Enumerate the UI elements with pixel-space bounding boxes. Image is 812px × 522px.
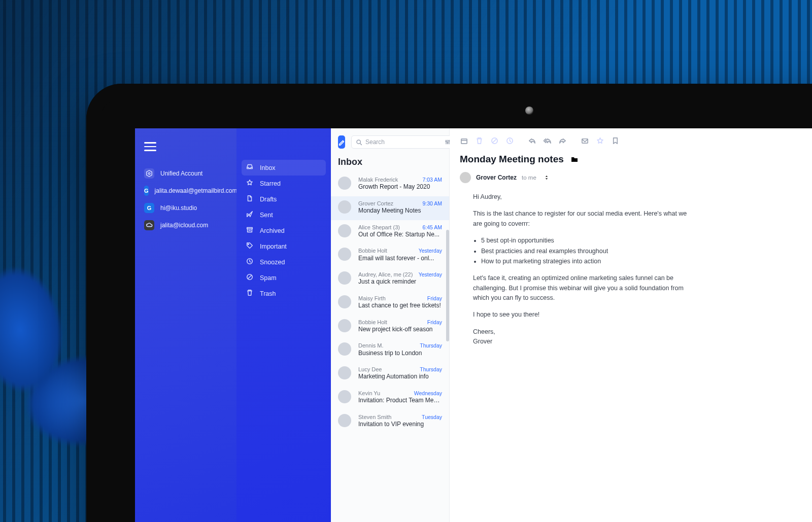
email-paragraph: I hope to see you there!: [473, 310, 693, 320]
clock-icon: [246, 258, 254, 266]
message-item[interactable]: Kevin Yu Wednesday Invitation: Product T…: [331, 386, 449, 410]
message-item[interactable]: Lucy Dee Thursday Marketing Automation i…: [331, 362, 449, 386]
message-item[interactable]: Audrey, Alice, me (22) Yesterday Just a …: [331, 267, 449, 291]
search-icon: [356, 139, 362, 146]
folder-label: Sent: [260, 212, 273, 219]
avatar: [338, 224, 351, 237]
forward-button[interactable]: [558, 136, 566, 145]
avatar: [338, 390, 351, 403]
account-item[interactable]: G jalita.dewaal@getmailbird.com: [142, 182, 229, 199]
google-icon: G: [144, 186, 149, 196]
email-body: Hi Audrey, This is the last chance to re…: [460, 192, 693, 347]
avatar: [338, 319, 351, 332]
avatar: [338, 177, 351, 190]
message-from: Steven Smith: [358, 414, 417, 421]
message-item[interactable]: Dennis M. Thursday Business trip to Lond…: [331, 338, 449, 362]
email-subject: Monday Meeting notes: [460, 154, 564, 165]
message-subject: New project kick-off season: [358, 326, 442, 334]
message-subject: Just a quick reminder: [358, 278, 442, 286]
move-to-folder-icon[interactable]: [570, 155, 579, 163]
folder-inbox[interactable]: Inbox: [242, 160, 326, 176]
folder-label: Important: [260, 243, 287, 250]
message-time: Yesterday: [419, 248, 442, 254]
message-from: Bobbie Holt: [358, 319, 422, 326]
account-item[interactable]: G hi@iku.studio: [142, 199, 229, 217]
bookmark-button[interactable]: [611, 136, 619, 145]
reply-all-button[interactable]: [543, 136, 551, 145]
list-toolbar: [331, 128, 449, 154]
folder-spam[interactable]: Spam: [242, 270, 326, 286]
laptop-bezel: Unified Account G jalita.dewaal@getmailb…: [86, 84, 812, 522]
message-subject: Last chance to get free tickets!: [358, 302, 442, 310]
message-subject: Invitation to VIP evening: [358, 421, 442, 429]
message-item[interactable]: Malak Frederick 7:03 AM Growth Report - …: [331, 172, 449, 196]
folder-label: Snoozed: [260, 259, 285, 266]
reply-button[interactable]: [528, 136, 536, 145]
unified-account-label: Unified Account: [160, 170, 202, 177]
avatar: [338, 342, 351, 356]
message-subject: Marketing Automation info: [358, 373, 442, 381]
folder-label: Drafts: [260, 196, 277, 203]
avatar: [338, 200, 351, 214]
message-item[interactable]: Alice Shepart (3) 6:45 AM Out of Office …: [331, 220, 449, 244]
file-icon: [246, 195, 254, 203]
email-bullet: Best practicies and real examples throug…: [481, 247, 693, 256]
list-scrollbar[interactable]: [446, 230, 449, 341]
pencil-icon: [338, 138, 345, 146]
account-label: jalita@icloud.com: [160, 222, 208, 229]
message-item[interactable]: Maisy Firth Friday Last chance to get fr…: [331, 291, 449, 315]
folder-label: Archived: [260, 227, 285, 234]
message-subject: Email will last forever - onl...: [358, 255, 442, 263]
message-from: Kevin Yu: [358, 390, 409, 397]
expand-recipients-icon[interactable]: [544, 175, 550, 181]
sender-name: Grover Cortez: [476, 174, 517, 181]
archive-button[interactable]: [460, 136, 468, 145]
email-intro: This is the last chance to register for …: [473, 209, 693, 229]
message-time: 9:30 AM: [422, 200, 442, 207]
account-item[interactable]: jalita@icloud.com: [142, 217, 229, 234]
message-time: 6:45 AM: [422, 224, 442, 231]
hamburger-menu-button[interactable]: [144, 140, 229, 154]
message-from: Maisy Firth: [358, 295, 422, 302]
search-input[interactable]: [365, 138, 442, 146]
reader-toolbar: —: [460, 135, 812, 154]
folder-label: Trash: [260, 290, 276, 297]
send-icon: [246, 211, 254, 219]
search-box[interactable]: [351, 135, 455, 149]
snooze-button[interactable]: [505, 136, 514, 145]
folder-snoozed[interactable]: Snoozed: [242, 254, 326, 270]
folders-column: Inbox Starred Drafts Sent Archived Impor…: [236, 128, 331, 522]
message-list: Malak Frederick 7:03 AM Growth Report - …: [331, 172, 449, 434]
folder-label: Starred: [260, 180, 281, 187]
message-time: Wednesday: [414, 390, 442, 397]
avatar: [338, 295, 351, 308]
message-time: Tuesday: [422, 414, 442, 421]
avatar: [338, 366, 351, 379]
folder-drafts[interactable]: Drafts: [242, 191, 326, 207]
archive-icon: [246, 226, 254, 235]
message-item[interactable]: Bobbie Holt Friday New project kick-off …: [331, 315, 449, 339]
message-from: Audrey, Alice, me (22): [358, 271, 414, 278]
message-from: Grover Cortez: [358, 200, 417, 207]
message-item[interactable]: Bobbie Holt Yesterday Email will last fo…: [331, 243, 449, 267]
folder-trash[interactable]: Trash: [242, 286, 326, 301]
message-item[interactable]: Steven Smith Tuesday Invitation to VIP e…: [331, 410, 449, 434]
star-button[interactable]: [596, 136, 604, 145]
mark-unread-button[interactable]: [581, 136, 589, 145]
laptop-camera: [525, 107, 533, 115]
folder-important[interactable]: Important: [242, 238, 326, 254]
message-from: Dennis M.: [358, 342, 415, 349]
unified-account-item[interactable]: Unified Account: [142, 165, 229, 182]
message-item[interactable]: Grover Cortez 9:30 AM Monday Meeting Not…: [331, 196, 449, 220]
folder-label: Inbox: [260, 164, 276, 171]
tag-icon: [246, 242, 254, 251]
email-bullet: How to put marketing strategies into act…: [481, 257, 693, 266]
delete-button[interactable]: [475, 136, 483, 145]
message-subject: Out of Office Re: Startup Ne...: [358, 231, 442, 239]
folder-starred[interactable]: Starred: [242, 176, 326, 191]
folder-sent[interactable]: Sent: [242, 207, 326, 223]
compose-button[interactable]: [338, 135, 345, 149]
folder-archived[interactable]: Archived: [242, 223, 326, 238]
spam-button[interactable]: [490, 136, 498, 145]
email-bullet-list: 5 best opt-in opportunitiesBest practici…: [473, 236, 693, 266]
